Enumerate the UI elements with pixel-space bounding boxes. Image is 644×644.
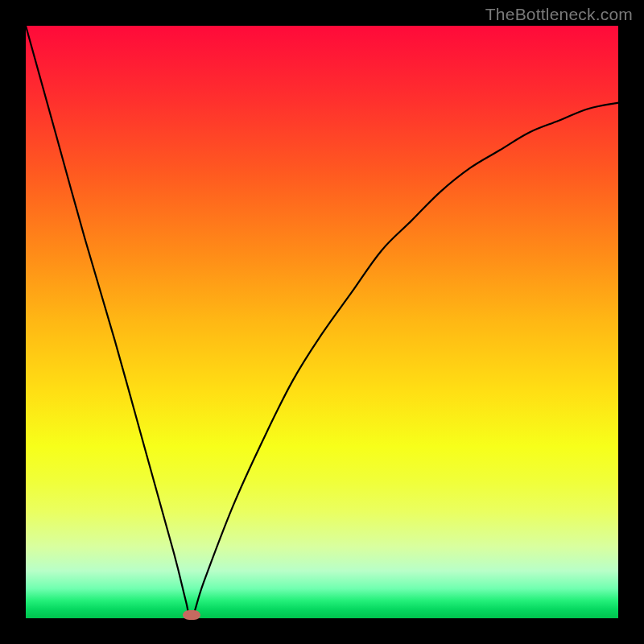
watermark-text: TheBottleneck.com [485,5,633,24]
curve-path [26,26,618,619]
bottleneck-curve [26,26,618,618]
minimum-marker [183,610,200,620]
plot-area [26,26,618,618]
chart-frame: TheBottleneck.com [0,0,644,644]
